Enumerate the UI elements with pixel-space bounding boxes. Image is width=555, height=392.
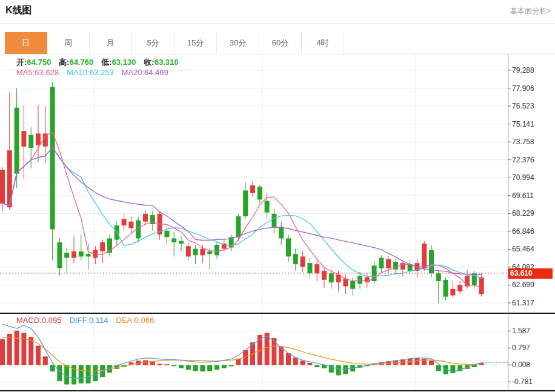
candle-body [457,285,462,291]
y-axis-label: 75.141 [512,120,534,128]
macd-bar [36,346,41,365]
candle-body [301,256,305,267]
interval-tab-strip: 日周月5分15分30分60分4时 [5,32,344,54]
info-pair: MA10:63.253 [67,68,113,77]
info-value: 0.095 [42,316,62,325]
macd-bar [64,365,69,385]
macd-bar [193,365,198,371]
info-pair: 开:64.750 [16,58,51,67]
info-pair: MA20:64.469 [121,68,168,77]
info-label: MA5: [16,68,35,77]
macd-bar [336,365,341,376]
header-divider [0,23,555,24]
info-value: 63.253 [90,68,114,77]
candle-body [36,133,41,145]
info-label: 高: [59,58,69,67]
y-axis-label: 66.846 [512,227,534,236]
candle-body [293,254,298,264]
y-axis-label: 65.464 [512,245,534,253]
candle-body [307,263,312,273]
tab-day[interactable]: 日 [5,32,47,54]
candle-body [164,231,169,238]
candle-body [393,262,398,270]
candle-body [350,281,355,289]
macd-bar [158,364,162,365]
info-value: 64.750 [27,58,51,67]
y-axis-label: 68.229 [512,209,534,218]
y-axis-label: 61.317 [512,299,534,307]
fundamental-analysis-link[interactable]: 基本面分析> [510,6,551,16]
y-axis-label: 70.994 [512,173,534,182]
macd-bar [293,357,298,365]
info-label: MA20: [121,68,144,77]
candle-body [258,187,262,199]
info-label: 开: [16,58,27,67]
info-value: 63.130 [112,58,136,67]
y-axis-label: 73.758 [512,138,534,146]
ma-line-10 [2,147,482,278]
candle-body [179,241,184,244]
candle-body [86,254,91,256]
macd-bar [43,356,48,365]
candle-body [322,271,327,280]
info-pair: MACD:0.095 [16,316,61,325]
macd-info-row: MACD:0.095DIFF:0.114DEA:0.066 [16,316,162,325]
info-pair: MA5:63.628 [16,68,59,77]
tab-30min[interactable]: 30分 [217,32,259,54]
info-pair: DEA:0.066 [116,316,155,325]
tab-15min[interactable]: 15分 [174,32,217,54]
info-label: 收: [144,58,154,67]
candle-body [243,190,248,216]
macd-bar [301,360,305,365]
macd-bar [164,364,169,365]
info-pair: 高:64.760 [59,58,93,67]
info-label: 低: [101,58,111,67]
info-pair: DIFF:0.114 [69,316,108,325]
macd-bar [21,333,26,365]
candle-body [444,280,448,297]
info-value: 64.760 [69,58,93,67]
y-axis-label: 1.587 [512,327,530,335]
macd-bar [422,359,427,365]
macd-bar [50,365,55,372]
macd-bar [307,363,312,365]
tab-5min[interactable]: 5分 [132,32,174,54]
candle-body [171,239,176,242]
y-axis-label: 77.906 [512,84,534,93]
candle-body [386,259,391,268]
macd-bar [286,353,291,365]
macd-bar [414,358,419,365]
tab-60min[interactable]: 60分 [259,32,302,54]
candle-body [314,264,319,273]
macd-bar [222,365,227,368]
info-pair: 收:63.310 [144,58,178,67]
candle-body [193,249,198,256]
macd-bar [171,365,176,367]
macd-bar [150,362,155,365]
y-axis-label: 0.797 [512,344,530,352]
y-axis-label: 69.611 [512,191,534,200]
macd-histogram [0,331,484,385]
candle-body [128,222,133,228]
macd-bar [314,365,319,368]
tab-4hour[interactable]: 4时 [302,32,344,54]
ohlc-info-row: 开:64.750高:64.760低:63.130收:63.310 [16,57,186,68]
macd-bar [450,365,455,374]
candle-body [200,249,205,256]
y-axis-label: 0.008 [512,360,530,369]
candle-body [50,87,55,230]
tab-month[interactable]: 月 [90,32,132,54]
macd-bar [179,365,184,368]
candle-body [100,242,105,251]
candle-body [479,277,484,294]
candle-body [400,263,405,270]
candle-body [122,219,127,226]
candle-body [279,227,284,238]
candle-body [236,216,241,237]
tab-week[interactable]: 周 [47,32,90,54]
candle-body [71,251,76,258]
macd-bar [15,331,19,365]
y-axis-label: 79.288 [512,66,534,75]
candle-body [143,214,148,222]
candle-body [271,214,276,227]
